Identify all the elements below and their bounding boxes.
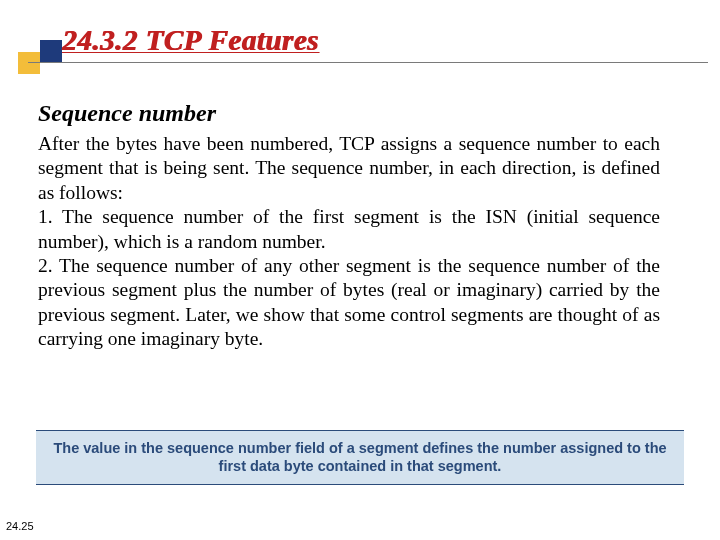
body-text: After the bytes have been numbered, TCP … (38, 132, 660, 351)
page-title: 24.3.2 TCP Features (62, 24, 319, 56)
body-point-1: 1. The sequence number of the first segm… (38, 205, 660, 254)
callout-text: The value in the sequence number field o… (48, 439, 672, 475)
decor-square-blue (40, 40, 62, 62)
title-underline (28, 62, 708, 63)
body-point-2: 2. The sequence number of any other segm… (38, 254, 660, 352)
body-intro: After the bytes have been numbered, TCP … (38, 132, 660, 205)
decor-square-yellow (18, 52, 40, 74)
callout-box: The value in the sequence number field o… (36, 430, 684, 485)
page-number: 24.25 (6, 520, 34, 532)
section-subtitle: Sequence number (38, 100, 216, 127)
title-wrap: 24.3.2 TCP Features (62, 24, 680, 57)
